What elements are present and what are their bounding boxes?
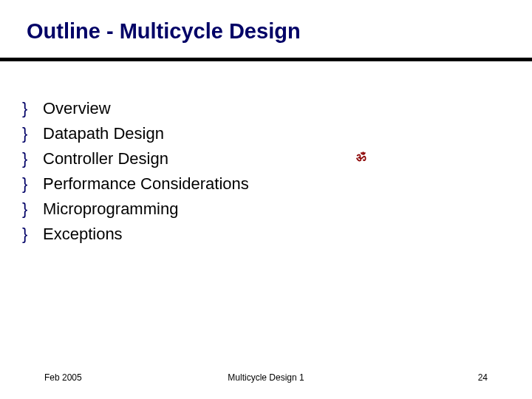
footer-title: Multicycle Design 1 [228,372,304,383]
slide-footer: Feb 2005 Multicycle Design 1 24 [0,372,532,383]
om-icon: ॐ [356,151,366,164]
bullet-icon: } [22,96,43,121]
list-item-text: Overview [43,96,111,121]
bullet-icon: } [22,171,43,197]
list-item-text: Performance Considerations [43,171,249,197]
list-item-text: Exceptions [43,222,123,247]
list-item-text: Microprogramming [43,197,178,222]
title-underline [0,58,532,61]
bullet-icon: } [22,197,43,222]
list-item: } Performance Considerations [22,171,505,197]
list-item: } Controller Design [22,146,505,171]
list-item: } Overview [22,96,505,121]
bullet-icon: } [22,146,43,171]
slide-title: Outline - Multicycle Design [27,19,505,44]
bullet-icon: } [22,121,43,146]
footer-date: Feb 2005 [44,372,82,383]
list-item-text: Controller Design [43,146,168,171]
footer-page-number: 24 [478,372,488,383]
list-item: } Microprogramming [22,197,505,222]
list-item-text: Datapath Design [43,121,164,146]
bullet-list: } Overview } Datapath Design } Controlle… [22,96,505,248]
list-item: } Datapath Design [22,121,505,146]
slide: Outline - Multicycle Design } Overview }… [0,0,532,399]
list-item: } Exceptions [22,222,505,247]
bullet-icon: } [22,222,43,247]
